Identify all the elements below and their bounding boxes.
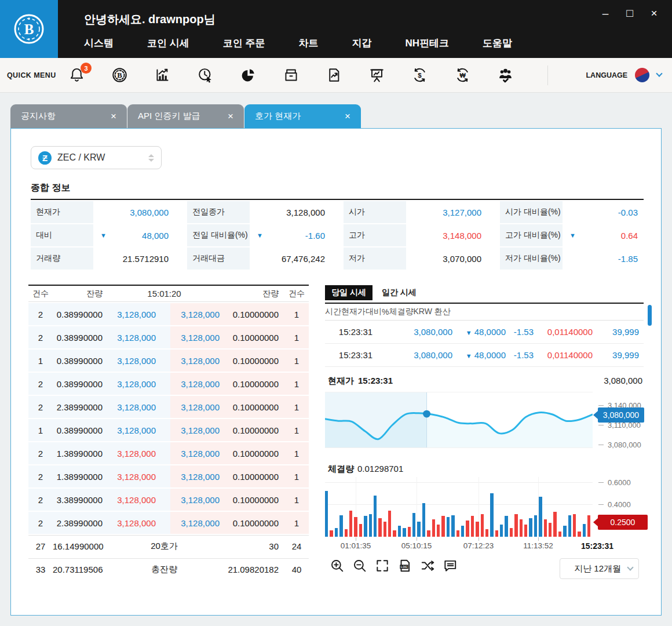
summary-rule [31,199,644,200]
bitcoin-icon[interactable]: B [111,67,128,83]
ask-price[interactable]: 3,128,000 [105,396,170,418]
archive-drawer-icon[interactable] [283,67,300,83]
zoom-out-icon[interactable] [352,558,367,573]
orderbook-row[interactable]: 1 0.38990000 3,128,000 3,128,000 0.10000… [28,419,309,441]
volume-bar-chart[interactable] [325,477,593,537]
ask-price[interactable]: 3,128,000 [105,303,170,325]
period-select[interactable]: 지난 12개월 [560,558,639,579]
ask-price[interactable]: 3,128,000 [105,373,170,395]
maximize-button[interactable]: □ [620,3,640,23]
pie-chart-icon[interactable] [240,67,257,83]
coin-pair-value: ZEC / KRW [57,152,143,163]
zoom-in-icon[interactable] [330,558,345,573]
main-menu-item[interactable]: 차트 [298,37,318,50]
dollar-exchange-icon[interactable]: $ [411,67,428,83]
main-menu-item[interactable]: NH핀테크 [405,37,449,50]
bid-qty: 0.10000000 [224,326,284,348]
trade-row[interactable]: 15:23:31 3,080,000 ▼ 48,0000 -1.53 0,011… [325,344,644,367]
footer-qty-left: 20.73119506 [53,565,105,574]
volume-bar [456,530,459,537]
orderbook-row[interactable]: 2 0.38990000 3,128,000 3,128,000 0.10000… [28,326,309,348]
volume-bar [403,528,406,537]
ask-count: 2 [28,442,53,464]
footer-count-left: 27 [28,541,53,551]
main-menu-item[interactable]: 도움말 [483,37,512,50]
orderbook-row[interactable]: 2 3.38990000 3,128,000 3,128,000 0.10000… [28,489,309,511]
summary-value-text: 3,127,000 [443,208,481,217]
orderbook-row[interactable]: 2 2.38990000 3,128,000 3,128,000 0.10000… [28,512,309,534]
minimize-button[interactable]: – [596,3,615,23]
x-tick [538,537,539,541]
report-document-icon[interactable] [326,67,342,83]
document-tab[interactable]: 호가 현재가 × [244,104,361,128]
log-scale-icon[interactable]: LOG [397,558,412,573]
fullscreen-icon[interactable] [375,558,390,573]
summary-cell-value: ▼ 48,000 [93,224,174,246]
presentation-icon[interactable] [368,67,385,83]
summary-cell-value: -1.85 [563,248,644,270]
orderbook-row[interactable]: 2 1.38990000 3,128,000 3,128,000 0.10000… [28,442,309,464]
bid-price[interactable]: 3,128,000 [170,465,224,487]
volume-ytick: 0.4000 [598,499,631,509]
bid-price[interactable]: 3,128,000 [170,419,224,441]
ask-count: 1 [28,419,53,441]
bell-icon[interactable]: 3 [68,67,85,83]
bid-price[interactable]: 3,128,000 [170,396,224,418]
group-check-icon[interactable] [497,67,514,83]
bid-price[interactable]: 3,128,000 [170,303,224,325]
bid-price[interactable]: 3,128,000 [170,512,224,534]
tab-daily[interactable]: 일간 시세 [382,285,417,300]
main-menu-item[interactable]: 코인 시세 [147,37,189,50]
bid-price[interactable]: 3,128,000 [170,489,224,511]
tab-close-icon[interactable]: × [111,111,116,122]
footer-count-left: 33 [28,565,53,574]
bar-chart-icon[interactable] [154,67,171,83]
main-menu-item[interactable]: 지갑 [352,37,371,50]
language-selector[interactable]: LANGUAGE [586,68,662,82]
trades-scrollbar[interactable] [648,305,652,326]
ask-price[interactable]: 3,128,000 [105,326,170,348]
orderbook-row[interactable]: 2 0.38990000 3,128,000 3,128,000 0.10000… [28,303,309,325]
tab-close-icon[interactable]: × [228,111,233,122]
tab-close-icon[interactable]: × [345,111,350,122]
main-menu-item[interactable]: 코인 주문 [223,37,265,50]
bid-price[interactable]: 3,128,000 [170,373,224,395]
ask-price[interactable]: 3,128,000 [105,350,170,372]
ask-qty: 0.38990000 [53,303,105,325]
comment-icon[interactable] [443,558,458,573]
bid-price[interactable]: 3,128,000 [170,350,224,372]
orderbook-row[interactable]: 2 2.38990000 3,128,000 3,128,000 0.10000… [28,396,309,418]
orderbook-row[interactable]: 2 0.38990000 3,128,000 3,128,000 0.10000… [28,373,309,395]
trade-row[interactable]: 15:23:31 3,080,000 ▼ 48,0000 -1.53 0,011… [325,321,644,344]
price-line-chart[interactable] [325,392,593,448]
volume-bar [422,503,425,537]
trade-volume: 0,01140000 [534,327,593,337]
won-exchange-icon[interactable]: ₩ [454,67,471,83]
bid-price[interactable]: 3,128,000 [170,442,224,464]
close-button[interactable]: × [644,3,664,23]
ask-price[interactable]: 3,128,000 [105,489,170,511]
trades-header: 시간현재가대비%체결량KRW 환산 [325,304,644,321]
orderbook-row[interactable]: 1 0.38990000 3,128,000 3,128,000 0.10000… [28,350,309,372]
document-tab[interactable]: 공지사항 × [10,104,127,128]
ask-price[interactable]: 3,128,000 [105,419,170,441]
trades-header-cell: KRW 환산 [413,307,450,317]
chevron-down-icon [656,70,662,77]
bid-price[interactable]: 3,128,000 [170,326,224,348]
clock-cursor-icon[interactable] [197,67,214,83]
shuffle-icon[interactable] [420,558,435,573]
ask-price[interactable]: 3,128,000 [105,465,170,487]
down-triangle-icon: ▼ [569,232,576,239]
tab-intraday[interactable]: 당일 시세 [325,285,372,300]
ask-price[interactable]: 3,128,000 [105,512,170,534]
ask-price[interactable]: 3,128,000 [105,442,170,464]
volume-bar [514,514,517,537]
main-menu-item[interactable]: 시스템 [84,37,114,50]
svg-text:B: B [24,21,34,37]
volume-bar [534,515,537,537]
orderbook-row[interactable]: 2 1.38990000 3,128,000 3,128,000 0.10000… [28,465,309,487]
coin-pair-select[interactable]: Ƶ ZEC / KRW [31,146,162,169]
summary-table: 현재가 3,080,000 전일종가 3,128,000 시가 3,127,00… [31,201,644,270]
document-tab[interactable]: API 인증키 발급 × [127,104,244,128]
bid-qty: 0.10000000 [224,419,284,441]
